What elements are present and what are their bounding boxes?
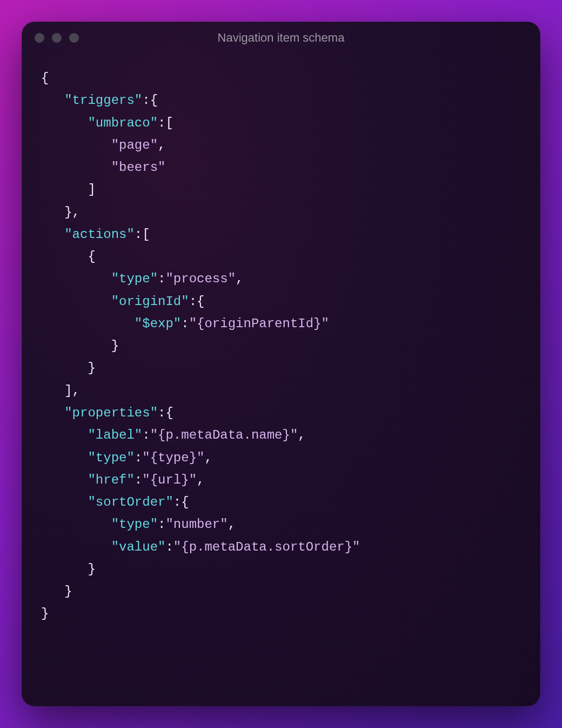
code-area: { "triggers":{ "umbraco":[ "page", "beer… [22, 54, 540, 706]
json-string: "beers" [111, 160, 166, 175]
json-key: "href" [88, 473, 134, 487]
json-string: "page" [111, 138, 158, 153]
json-string: "number" [165, 517, 228, 532]
window-close-dot[interactable] [35, 33, 44, 43]
json-key: "properties" [64, 406, 158, 420]
json-key: "label" [88, 428, 142, 442]
json-key: "type" [111, 272, 158, 286]
json-string: "{url}" [142, 473, 197, 487]
gradient-background: Navigation item schema { "triggers":{ "u… [0, 0, 562, 728]
window-maximize-dot[interactable] [69, 33, 79, 43]
json-key: "sortOrder" [88, 495, 173, 509]
json-string: "{type}" [142, 451, 204, 465]
json-string: "{p.metaData.sortOrder}" [173, 540, 360, 554]
json-key: "type" [88, 451, 134, 465]
json-key: "originId" [111, 294, 189, 309]
titlebar: Navigation item schema [22, 22, 540, 54]
json-key: "triggers" [64, 93, 142, 108]
json-key: "actions" [64, 227, 135, 242]
json-key: "umbraco" [88, 116, 158, 130]
json-string: "{originParentId}" [189, 316, 329, 331]
json-string: "{p.metaData.name}" [150, 428, 298, 442]
json-key: "$exp" [135, 316, 181, 331]
traffic-lights [35, 33, 79, 43]
json-key: "value" [111, 540, 166, 554]
window-title: Navigation item schema [22, 31, 540, 45]
window-minimize-dot[interactable] [52, 33, 62, 43]
json-string: "process" [165, 272, 236, 286]
json-key: "type" [111, 517, 158, 532]
code-window: Navigation item schema { "triggers":{ "u… [22, 22, 540, 706]
